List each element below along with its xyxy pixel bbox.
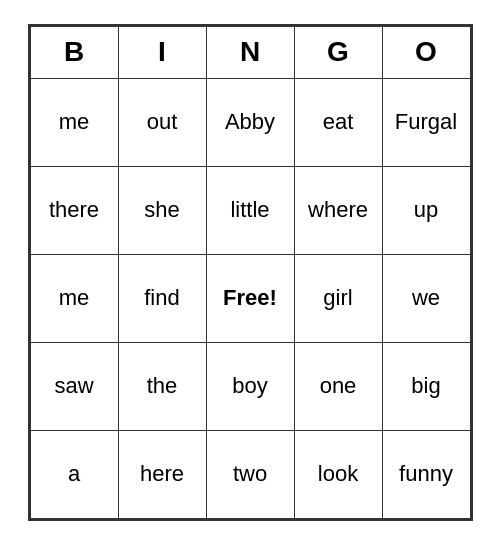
table-row: mefindFree!girlwe [30, 254, 470, 342]
table-cell: girl [294, 254, 382, 342]
table-cell: a [30, 430, 118, 518]
table-cell: we [382, 254, 470, 342]
table-cell: little [206, 166, 294, 254]
table-cell: look [294, 430, 382, 518]
table-cell: out [118, 78, 206, 166]
header-row: B I N G O [30, 26, 470, 78]
table-cell: where [294, 166, 382, 254]
table-cell: two [206, 430, 294, 518]
table-cell: eat [294, 78, 382, 166]
bingo-body: meoutAbbyeatFurgalthereshelittlewhereupm… [30, 78, 470, 518]
table-row: thereshelittlewhereup [30, 166, 470, 254]
bingo-table: B I N G O meoutAbbyeatFurgalthereshelitt… [30, 26, 471, 519]
table-cell: boy [206, 342, 294, 430]
header-i: I [118, 26, 206, 78]
table-cell: here [118, 430, 206, 518]
table-row: aheretwolookfunny [30, 430, 470, 518]
table-cell: funny [382, 430, 470, 518]
header-b: B [30, 26, 118, 78]
table-cell: big [382, 342, 470, 430]
header-n: N [206, 26, 294, 78]
table-cell: one [294, 342, 382, 430]
table-cell: up [382, 166, 470, 254]
table-cell: Free! [206, 254, 294, 342]
header-o: O [382, 26, 470, 78]
table-cell: she [118, 166, 206, 254]
table-cell: Furgal [382, 78, 470, 166]
table-row: sawtheboyonebig [30, 342, 470, 430]
header-g: G [294, 26, 382, 78]
table-cell: saw [30, 342, 118, 430]
table-cell: Abby [206, 78, 294, 166]
table-cell: find [118, 254, 206, 342]
table-cell: me [30, 254, 118, 342]
table-cell: the [118, 342, 206, 430]
bingo-card: B I N G O meoutAbbyeatFurgalthereshelitt… [28, 24, 473, 521]
table-row: meoutAbbyeatFurgal [30, 78, 470, 166]
table-cell: there [30, 166, 118, 254]
table-cell: me [30, 78, 118, 166]
